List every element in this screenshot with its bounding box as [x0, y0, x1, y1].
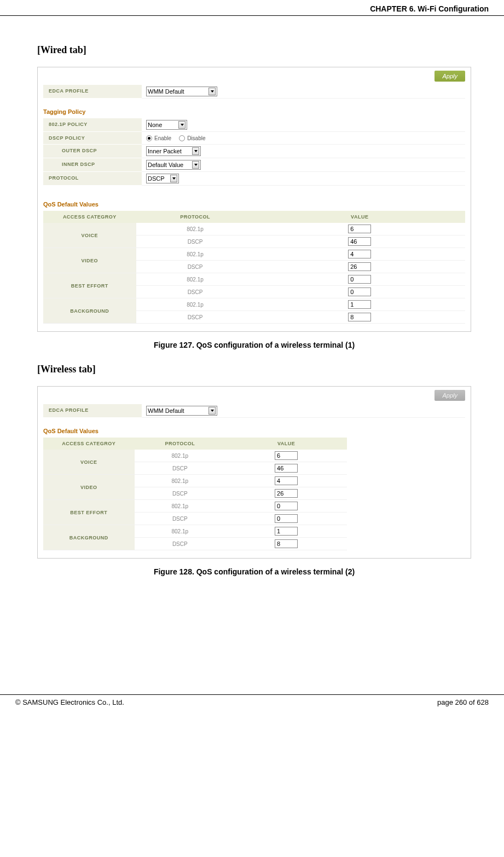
- edca-profile-select[interactable]: WMM Default: [146, 406, 217, 416]
- qos-default-values-title: QoS Default Values: [43, 428, 465, 434]
- edca-profile-value: WMM Default: [148, 407, 184, 414]
- apply-button[interactable]: Apply: [435, 390, 465, 401]
- qos-cat: BACKGROUND: [43, 298, 136, 324]
- qos-proto: 802.1p: [136, 223, 254, 235]
- wireless-panel: Apply EDCA PROFILE WMM Default QoS Defau…: [37, 386, 471, 559]
- dropdown-icon: [192, 161, 199, 169]
- qos-value-input[interactable]: [275, 451, 298, 460]
- qos-header-proto: PROTOCOL: [136, 211, 254, 223]
- copyright-text: © SAMSUNG Electronics Co., Ltd.: [15, 698, 124, 706]
- table-row: BEST EFFORT 802.1p: [43, 273, 465, 286]
- qos-header-proto: PROTOCOL: [135, 438, 226, 450]
- inner-dscp-select[interactable]: Default Value: [146, 160, 201, 170]
- qos-value-input[interactable]: [275, 464, 298, 473]
- qos-proto: DSCP: [136, 286, 254, 298]
- qos-header-row: ACCESS CATEGROY PROTOCOL VALUE: [43, 211, 465, 223]
- table-row: VOICE 802.1p: [43, 450, 347, 462]
- edca-row: EDCA PROFILE WMM Default: [43, 404, 465, 418]
- edca-profile-value: WMM Default: [148, 88, 184, 95]
- dropdown-icon: [178, 121, 186, 129]
- qos-value-input[interactable]: [275, 527, 298, 536]
- page-number: page 260 of 628: [437, 698, 489, 706]
- qos-default-values-title: QoS Default Values: [43, 201, 465, 208]
- qos-value-input[interactable]: [348, 275, 371, 284]
- wireless-tab-heading: [Wireless tab]: [37, 364, 471, 375]
- qos-cat: VOICE: [43, 450, 135, 475]
- enable-label: Enable: [154, 135, 171, 141]
- page-header: CHAPTER 6. Wi-Fi Configuration: [0, 0, 504, 16]
- qos-proto: 802.1p: [135, 475, 226, 487]
- qos-cat: VIDEO: [43, 475, 135, 500]
- wired-tab-heading: [Wired tab]: [37, 44, 471, 56]
- qos-proto: 802.1p: [135, 450, 226, 462]
- table-row: VIDEO 802.1p: [43, 475, 347, 487]
- dropdown-icon: [192, 147, 199, 155]
- qos-value-input[interactable]: [348, 262, 371, 271]
- p8021-policy-label: 802.1P POLICY: [43, 118, 142, 132]
- qos-proto: DSCP: [136, 261, 254, 273]
- qos-proto: DSCP: [135, 513, 226, 525]
- protocol-label: PROTOCOL: [43, 172, 142, 186]
- qos-proto: DSCP: [135, 462, 226, 475]
- qos-header-ac: ACCESS CATEGROY: [43, 211, 136, 223]
- qos-header-val: VALUE: [254, 211, 465, 223]
- page-content: [Wired tab] Apply EDCA PROFILE WMM Defau…: [0, 16, 504, 596]
- outer-dscp-select[interactable]: Inner Packet: [146, 146, 201, 156]
- qos-value-input[interactable]: [348, 225, 371, 233]
- qos-value-input[interactable]: [348, 237, 371, 246]
- qos-header-row: ACCESS CATEGROY PROTOCOL VALUE: [43, 438, 347, 450]
- dscp-enable-radio[interactable]: [146, 135, 152, 141]
- qos-value-input[interactable]: [275, 539, 298, 548]
- protocol-select[interactable]: DSCP: [146, 174, 179, 183]
- dscp-policy-label: DSCP POLICY: [43, 132, 142, 145]
- wired-qos-table: ACCESS CATEGROY PROTOCOL VALUE VOICE 802…: [43, 211, 465, 324]
- edca-profile-select[interactable]: WMM Default: [146, 87, 217, 96]
- p8021-policy-select[interactable]: None: [146, 120, 187, 130]
- edca-profile-label: EDCA PROFILE: [43, 85, 142, 99]
- qos-proto: DSCP: [135, 487, 226, 500]
- qos-proto: 802.1p: [135, 500, 226, 513]
- page-footer: © SAMSUNG Electronics Co., Ltd. page 260…: [0, 694, 504, 717]
- tagging-grid: 802.1P POLICY None DSCP POLICY Enable Di…: [43, 118, 465, 186]
- qos-proto: 802.1p: [135, 525, 226, 538]
- table-row: BACKGROUND 802.1p: [43, 298, 465, 311]
- outer-dscp-label: OUTER DSCP: [43, 145, 142, 158]
- dropdown-icon: [170, 175, 177, 182]
- qos-cat: VIDEO: [43, 248, 136, 273]
- qos-proto: DSCP: [135, 538, 226, 550]
- chapter-title: CHAPTER 6. Wi-Fi Configuration: [370, 4, 489, 13]
- table-row: BEST EFFORT 802.1p: [43, 500, 347, 513]
- qos-proto: 802.1p: [136, 298, 254, 311]
- dropdown-icon: [208, 407, 216, 415]
- inner-dscp-value: Default Value: [148, 162, 183, 168]
- inner-dscp-label: INNER DSCP: [43, 158, 142, 172]
- outer-dscp-value: Inner Packet: [148, 148, 182, 154]
- wireless-qos-table: ACCESS CATEGROY PROTOCOL VALUE VOICE 802…: [43, 438, 347, 550]
- qos-value-input[interactable]: [275, 514, 298, 523]
- qos-proto: 802.1p: [136, 273, 254, 286]
- qos-value-input[interactable]: [275, 489, 298, 498]
- qos-cat: BACKGROUND: [43, 525, 135, 550]
- qos-value-input[interactable]: [275, 502, 298, 510]
- qos-value-input[interactable]: [348, 300, 371, 309]
- table-row: BACKGROUND 802.1p: [43, 525, 347, 538]
- qos-proto: DSCP: [136, 235, 254, 248]
- p8021-policy-value: None: [148, 122, 162, 128]
- wired-panel: Apply EDCA PROFILE WMM Default Tagging P…: [37, 67, 471, 332]
- qos-value-input[interactable]: [348, 287, 371, 296]
- apply-button[interactable]: Apply: [435, 71, 465, 82]
- qos-value-input[interactable]: [348, 250, 371, 258]
- qos-cat: BEST EFFORT: [43, 273, 136, 298]
- qos-header-ac: ACCESS CATEGROY: [43, 438, 135, 450]
- qos-proto: 802.1p: [136, 248, 254, 261]
- dscp-disable-radio[interactable]: [179, 135, 185, 141]
- qos-cat: VOICE: [43, 223, 136, 248]
- figure-127-caption: Figure 127. QoS configuration of a wirel…: [37, 341, 471, 349]
- dropdown-icon: [208, 88, 216, 95]
- edca-profile-label: EDCA PROFILE: [43, 404, 142, 418]
- disable-label: Disable: [187, 135, 205, 141]
- tagging-policy-title: Tagging Policy: [43, 108, 465, 115]
- qos-value-input[interactable]: [348, 313, 371, 321]
- qos-cat: BEST EFFORT: [43, 500, 135, 525]
- qos-value-input[interactable]: [275, 476, 298, 485]
